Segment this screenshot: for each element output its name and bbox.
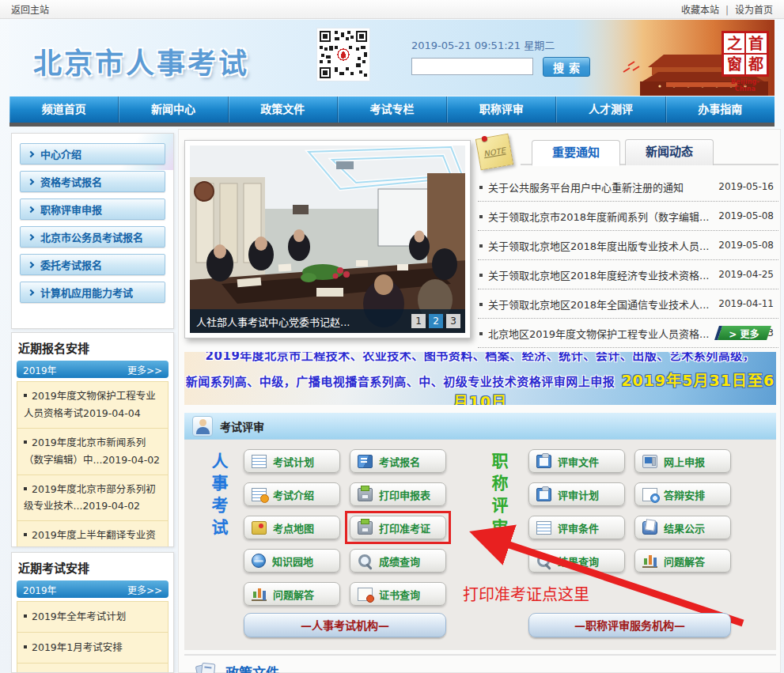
news-row: 关于领取北京市2018年度新闻系列（数字编辑...2019-05-08 — [478, 202, 778, 231]
news-link[interactable]: 北京地区2019年度文物保护工程专业人员资格... — [478, 326, 709, 341]
search-input[interactable] — [411, 58, 533, 75]
btn-label: 评审计划 — [558, 487, 599, 502]
search-button[interactable]: 搜索 — [543, 57, 590, 77]
chevron-right-icon — [28, 261, 34, 267]
btn-knowledge-garden[interactable]: 知识园地 — [244, 549, 340, 573]
list-item[interactable]: 2019年全年考试计划 — [17, 601, 169, 633]
btn-exam-plan[interactable]: 考试计划 — [244, 449, 340, 473]
banner-line-1: 2019年度北京市工程技术、农业技术、图书资料、档案、经济、统计、会计、出版、艺… — [184, 352, 776, 363]
sidebar-item-exam-registration[interactable]: 资格考试报名 — [20, 171, 165, 192]
list-item[interactable]: 2019年度上半年翻译专业资格（水平）...2019-03-29 — [17, 520, 169, 547]
sidebar-item-entrusted-exam[interactable]: 委托考试报名 — [20, 254, 165, 275]
btn-certificate-query[interactable]: 证书查询 — [350, 582, 446, 606]
btn-online-application[interactable]: 网上申报 — [634, 449, 731, 473]
year-bar: 2019年 更多>> — [17, 361, 169, 378]
sidebar-item-label: 中心介绍 — [40, 146, 81, 161]
promo-banner[interactable]: 2019年度北京市工程技术、农业技术、图书资料、档案、经济、统计、会计、出版、艺… — [184, 352, 776, 405]
news-more-button[interactable]: > 更多 — [714, 326, 771, 340]
more-link[interactable]: 更多>> — [127, 583, 162, 596]
exam-review-section: 考试评审 人事考试 职称评审 考试计划 考试报名 考试介绍 打印申报表 考点地图… — [184, 413, 776, 650]
sidebar-item-label: 职称评审申报 — [40, 202, 102, 217]
nav-item-talent-assessment[interactable]: 人才测评 — [556, 96, 665, 123]
sidebar-item-computer-ability-exam[interactable]: 计算机应用能力考试 — [20, 282, 165, 303]
btn-exam-qa[interactable]: 问题解答 — [244, 582, 340, 606]
set-homepage-link[interactable]: 设为首页 — [735, 5, 773, 16]
tab-important-notices[interactable]: 重要通知 — [532, 140, 620, 166]
emblem-char: 之 — [724, 33, 745, 54]
news-row: 关于领取北京地区2018年全国通信专业技术人...2019-04-11 — [478, 289, 778, 319]
sidebar-item-title-review-apply[interactable]: 职称评审申报 — [20, 198, 165, 220]
sidebar-menu: 中心介绍 资格考试报名 职称评审申报 北京市公务员考试报名 委托考试报名 计算机… — [11, 133, 174, 329]
emblem-grid: 之 首 窗 都 — [722, 31, 769, 77]
news-link[interactable]: 关于公共服务平台用户中心重新注册的通知 — [478, 180, 684, 195]
item-text: 2019年度上半年翻译专业资格（水平）... — [24, 529, 156, 547]
news-link[interactable]: 关于领取北京地区2018年全国通信专业技术人... — [478, 297, 709, 312]
pager-button-3[interactable]: 3 — [446, 314, 460, 328]
nav-item-title-review[interactable]: 职称评审 — [447, 96, 556, 123]
more-link[interactable]: 更多>> — [127, 363, 162, 376]
magnifier-doc-icon — [358, 554, 373, 568]
slideshow-image[interactable]: 人社部人事考试中心党委书记赵... 1 2 3 — [190, 146, 465, 333]
sidebar-item-label: 北京市公务员考试报名 — [40, 229, 143, 244]
nav-item-exam-column[interactable]: 考试专栏 — [338, 96, 447, 123]
clipboard-icon — [536, 455, 551, 468]
slideshow-caption-bar: 人社部人事考试中心党委书记赵... 1 2 3 — [190, 309, 465, 333]
btn-result-query[interactable]: 结果查询 — [528, 549, 625, 573]
section-title-policy: 政策文件 — [225, 662, 279, 673]
news-link[interactable]: 关于领取北京地区2018年度出版专业技术人员... — [478, 238, 709, 253]
chevron-right-icon — [28, 150, 34, 157]
sidebar-item-civil-servant-exam[interactable]: 北京市公务员考试报名 — [20, 226, 165, 248]
back-to-main-link[interactable]: 返回主站 — [11, 2, 49, 16]
list-item[interactable]: 2019年度文物保护工程专业人员资格考试2019-04-04 — [17, 381, 169, 429]
nav-item-service-guide[interactable]: 办事指南 — [666, 96, 775, 123]
item-date: 2019-04-04 — [83, 407, 141, 419]
btn-defense-schedule[interactable]: 答辩安排 — [634, 482, 731, 506]
slideshow-caption[interactable]: 人社部人事考试中心党委书记赵... — [196, 314, 411, 329]
section-title: 考试评审 — [220, 418, 264, 434]
news-link[interactable]: 关于领取北京地区2018年度经济专业技术资格... — [478, 267, 709, 282]
btn-review-conditions[interactable]: 评审条件 — [528, 516, 625, 539]
btn-label: 结果查询 — [558, 554, 599, 569]
title-review-service-orgs-button[interactable]: —职称评审服务机构— — [528, 613, 731, 637]
nav-item-policy-documents[interactable]: 政策文件 — [229, 96, 338, 123]
list-item[interactable]: 2019年1月考试安排 — [17, 632, 169, 664]
item-text: 2019年全年考试计划 — [32, 611, 126, 622]
pager-button-1[interactable]: 1 — [411, 314, 426, 328]
globe-icon — [252, 554, 266, 568]
btn-review-qa[interactable]: 问题解答 — [634, 549, 731, 573]
sidebar-item-center-intro[interactable]: 中心介绍 — [20, 143, 165, 164]
item-text: 2019年1月考试安排 — [32, 641, 123, 653]
emblem-char: 都 — [745, 54, 767, 74]
favorite-link[interactable]: 收藏本站 — [681, 5, 719, 16]
nav-item-home[interactable]: 频道首页 — [9, 96, 119, 123]
nav-item-news-center[interactable]: 新闻中心 — [119, 96, 228, 123]
btn-review-documents[interactable]: 评审文件 — [528, 449, 625, 473]
btn-label: 答辩安排 — [664, 487, 705, 502]
list-item[interactable]: 2019年度北京市新闻系列（数字编辑）中...2019-04-02 — [17, 428, 169, 475]
exam-button-grid: 考试计划 考试报名 考试介绍 打印申报表 考点地图 打印准考证 知识园地 成绩查… — [244, 449, 446, 606]
btn-review-plan[interactable]: 评审计划 — [528, 482, 625, 506]
panel-title: 近期报名安排 — [12, 333, 173, 361]
sidebar-item-label: 委托考试报名 — [40, 257, 102, 272]
btn-exam-signup[interactable]: 考试报名 — [350, 449, 446, 473]
btn-print-application-form[interactable]: 打印申报表 — [350, 482, 446, 506]
news-link[interactable]: 关于领取北京市2018年度新闻系列（数字编辑... — [478, 209, 709, 224]
list-item[interactable]: 2019年度北京市部分系列初级专业技术...2019-04-02 — [17, 475, 169, 522]
emblem-caption: Beijing-China — [721, 78, 770, 93]
btn-result-publicity[interactable]: 结果公示 — [634, 516, 731, 539]
main-navigation: 频道首页 新闻中心 政策文件 考试专栏 职称评审 人才测评 办事指南 — [9, 96, 775, 123]
btn-exam-site-map[interactable]: 考点地图 — [244, 516, 340, 539]
map-icon — [252, 521, 267, 535]
topbar-right-links: 收藏本站|设为首页 — [681, 2, 773, 16]
btn-print-admission-ticket[interactable]: 打印准考证 — [350, 516, 446, 539]
personnel-exam-orgs-button[interactable]: —人事考试机构— — [244, 613, 446, 637]
magnifier-icon — [536, 554, 551, 568]
list-item[interactable]: 2019年2月考试安排 — [17, 663, 169, 673]
bullet-icon — [24, 394, 27, 397]
sidebar-item-label: 资格考试报名 — [40, 174, 102, 189]
tab-news-updates[interactable]: 新闻动态 — [625, 139, 714, 165]
item-date: 2019-03-29 — [82, 546, 140, 547]
pager-button-2[interactable]: 2 — [429, 314, 443, 328]
btn-exam-intro[interactable]: 考试介绍 — [244, 482, 340, 506]
btn-score-query[interactable]: 成绩查询 — [350, 549, 446, 573]
